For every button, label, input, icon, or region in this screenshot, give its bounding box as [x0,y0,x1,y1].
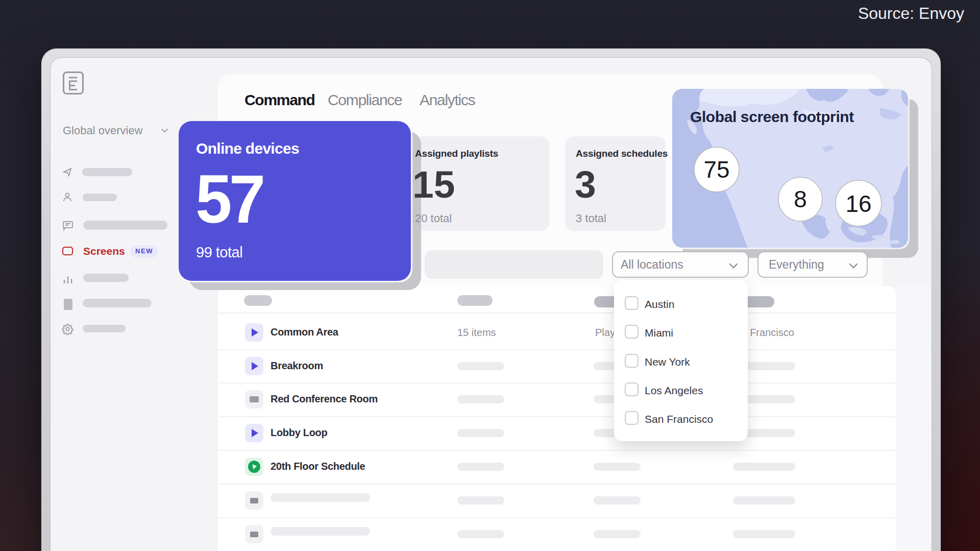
svg-text:16: 16 [845,190,871,217]
svg-text:8: 8 [794,186,807,212]
svg-text:75: 75 [703,156,729,183]
